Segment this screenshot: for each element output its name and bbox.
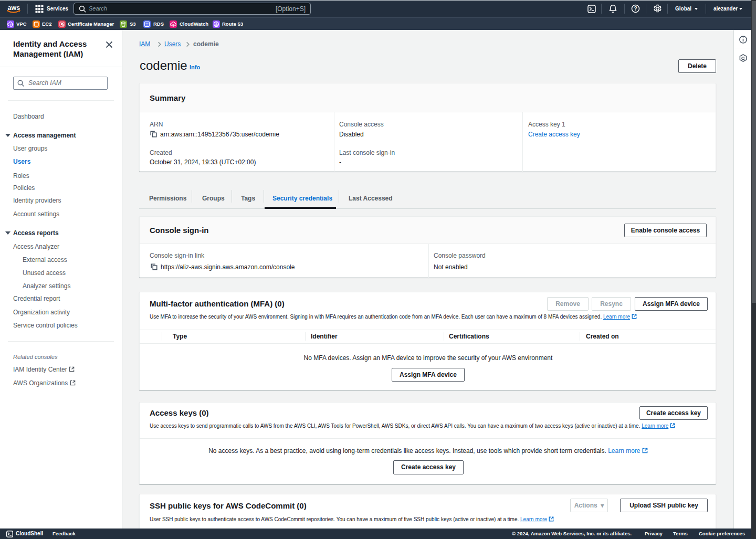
svg-text:?: ? — [634, 6, 637, 12]
svg-text:aws: aws — [8, 4, 20, 12]
